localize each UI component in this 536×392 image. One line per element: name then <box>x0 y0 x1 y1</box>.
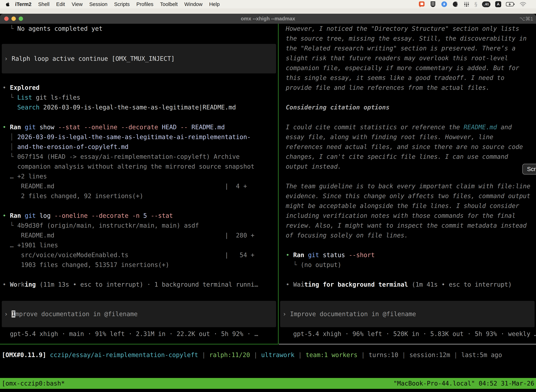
terminal-line: of focusing solely on file lines. <box>286 230 408 240</box>
terminal-line: The team guideline is to back every impo… <box>286 181 530 191</box>
terminal-line: │ and-the-erosion-of-copyleft.md <box>2 142 128 152</box>
screen: iTerm2 ShellEditViewSessionScriptsProfil… <box>0 0 536 392</box>
moon-toggle-icon[interactable] <box>452 1 459 7</box>
battery-icon[interactable] <box>506 2 515 6</box>
prompt-chevron-icon: › <box>4 55 12 62</box>
terminal-line: including verification notes with those … <box>286 211 515 221</box>
squiggle-icon[interactable]: § <box>474 1 477 8</box>
terminal-line: this single essay, it seems like a good … <box>286 73 504 83</box>
terminal-line: essay file, along with finding root file… <box>286 132 493 142</box>
bolt-blue-icon[interactable] <box>441 1 448 8</box>
ralph-inject-box: › Ralph loop active continue [OMX_TMUX_I… <box>2 44 276 73</box>
terminal-line: gpt-5.4 xhigh · main · 91% left · 2.31M … <box>2 329 258 339</box>
input-source-icon[interactable]: A <box>495 1 501 7</box>
menu-item-shell[interactable]: Shell <box>38 1 50 7</box>
menu-item-edit[interactable]: Edit <box>56 1 65 7</box>
menu-items: ShellEditViewSessionScriptsProfilesToolb… <box>31 1 220 7</box>
terminal-line: └ No agents completed yet <box>2 24 103 33</box>
tmux-vertical-divider[interactable] <box>278 24 278 344</box>
omx-status-line: [OMX#0.11.9] cczip/essay/ai-reimplementa… <box>2 350 536 360</box>
terminal-line: • Ran git log --oneline --decorate -n 5 … <box>2 211 173 221</box>
menu-app-name[interactable]: iTerm2 <box>15 1 31 7</box>
terminal-line: Search 2026-03-09-is-legal-the-same-as-l… <box>2 103 236 112</box>
tmux-pane-right[interactable]: › Improve documentation in @filename How… <box>279 24 536 344</box>
keyboard-icon[interactable] <box>430 1 436 7</box>
right-prompt-input[interactable]: › Improve documentation in @filename <box>280 301 535 327</box>
iterm-window: omx --xhigh --madmax ⌥⌘1 › Ralph loop ac… <box>0 14 536 392</box>
terminal-line: └ (no output) <box>286 260 341 270</box>
window-titlebar[interactable]: omx --xhigh --madmax ⌥⌘1 <box>0 14 536 24</box>
prompt-chevron-icon: › <box>282 311 290 317</box>
terminal-line: • Ran git status --short <box>286 250 375 260</box>
terminal-line: src/voice/voiceModeEnabled.ts | 54 + <box>2 250 254 260</box>
tmux-status-bar[interactable]: [omx-cczip0:bash* "MacBook-Pro-44.local"… <box>0 378 536 389</box>
terminal-line: • Waiting for background terminal (1m 41… <box>286 280 512 289</box>
terminal-line: └ 067f154 (HEAD -> essay/ai-reimplementa… <box>2 152 240 162</box>
terminal-line: • Working (11m 13s • esc to interrupt) ·… <box>2 280 258 289</box>
terminal-line: review. Also, I might want to inspect th… <box>286 221 527 230</box>
menu-bar: iTerm2 ShellEditViewSessionScriptsProfil… <box>0 0 536 9</box>
terminal-line: … +2 lines <box>2 171 47 181</box>
terminal-line: • Explored <box>2 83 40 93</box>
tmux-session-window[interactable]: [omx-cczip0:bash* <box>2 380 65 387</box>
terminal-line: 1903 files changed, 513517 insertions(+) <box>2 260 169 270</box>
terminal-line: └ List git ls-files <box>2 93 80 103</box>
terminal[interactable]: › Ralph loop active continue [OMX_TMUX_I… <box>0 24 536 392</box>
screenshot-chat-icon[interactable] <box>418 1 425 8</box>
menu-item-view[interactable]: View <box>72 1 82 7</box>
terminal-line: might be acceptable alongside the file l… <box>286 201 519 211</box>
battery-percent-badge[interactable]: ..61 <box>482 1 490 7</box>
terminal-line: the "Related research writing" section i… <box>286 43 515 53</box>
terminal-line: changes, I can't cite specific file line… <box>286 152 508 162</box>
apple-menu-icon[interactable] <box>5 1 10 7</box>
terminal-line: • Ran git show --stat --oneline --decora… <box>2 122 225 132</box>
terminal-line: gpt-5.4 xhigh · 96% left · 520K in · 5.8… <box>286 329 536 339</box>
terminal-line: slight risk that future readers may over… <box>286 53 508 63</box>
window-shortcut-badge: ⌥⌘1 <box>519 14 533 24</box>
menubar-status-icons: § ..61 A <box>418 1 526 8</box>
terminal-line: provide file and line references from th… <box>286 83 490 93</box>
menu-item-profiles[interactable]: Profiles <box>136 1 153 7</box>
left-prompt-input[interactable]: › Improve documentation in @filename <box>2 301 276 327</box>
terminal-line: the source tree, missing the essay. Stil… <box>286 33 527 43</box>
tmux-horizontal-divider-active[interactable] <box>0 344 278 344</box>
prompt-chevron-icon: › <box>4 311 12 317</box>
desktop-background <box>0 9 536 14</box>
menu-item-window[interactable]: Window <box>184 1 202 7</box>
terminal-line: references need actual files, and since … <box>286 142 523 152</box>
terminal-line: companion analysis without altering the … <box>2 162 254 171</box>
ralph-inject-text: Ralph loop active continue [OMX_TMUX_INJ… <box>12 55 175 62</box>
terminal-line: │ 2026-03-09-is-legal-the-same-as-legiti… <box>2 132 251 142</box>
terminal-line: evidence. Since this change only affects… <box>286 191 530 201</box>
terminal-line: … +1901 lines <box>2 240 58 250</box>
terminal-line: 2 files changed, 92 insertions(+) <box>2 191 143 201</box>
terminal-line: output instead. <box>286 162 341 171</box>
terminal-line: README.md | 4 + <box>2 181 247 191</box>
terminal-line: └ 4b9d30f (origin/main, instructkr/main,… <box>2 221 199 230</box>
screen-overlay-label: Scre <box>527 166 536 173</box>
tmux-host-clock: "MacBook-Pro-44.local" 04:52 31-Mar-26 <box>393 380 534 387</box>
terminal-line: README.md | 280 + <box>2 230 254 240</box>
window-title: omx --xhigh --madmax <box>0 14 536 24</box>
menu-item-help[interactable]: Help <box>209 1 220 7</box>
grid-dots-icon[interactable] <box>463 1 470 7</box>
tmux-pane-left[interactable]: › Ralph loop active continue [OMX_TMUX_I… <box>0 24 278 344</box>
terminal-line: However, I noticed the "Directory Struct… <box>286 24 519 33</box>
terminal-line: Considering citation options <box>286 103 389 112</box>
menu-item-scripts[interactable]: Scripts <box>114 1 130 7</box>
screen-overlay-badge: Scre <box>522 164 536 175</box>
terminal-line: companion file, especially if more comme… <box>286 63 519 73</box>
terminal-line: [OMX#0.11.9] cczip/essay/ai-reimplementa… <box>2 350 502 360</box>
wifi-icon[interactable] <box>519 2 526 7</box>
tmux-horizontal-divider[interactable] <box>279 344 536 344</box>
left-input-text: mprove documentation in @filename <box>15 311 138 317</box>
right-input-text: Improve documentation in @filename <box>290 311 416 317</box>
menu-item-session[interactable]: Session <box>89 1 107 7</box>
terminal-line: I could cite commit statistics or refere… <box>286 122 512 132</box>
text-cursor: I <box>12 311 15 317</box>
menu-item-toolbelt[interactable]: Toolbelt <box>160 1 178 7</box>
